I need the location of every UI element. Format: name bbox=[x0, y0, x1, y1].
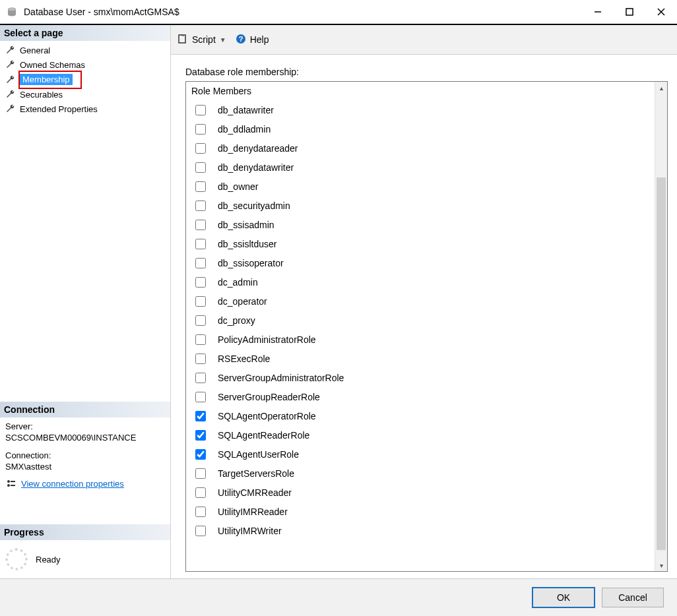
close-button[interactable] bbox=[645, 0, 677, 24]
role-row[interactable]: TargetServersRole bbox=[189, 464, 655, 483]
role-row[interactable]: db_denydatawriter bbox=[189, 158, 655, 177]
role-row[interactable]: SQLAgentOperatorRole bbox=[189, 406, 655, 425]
view-connection-properties-link[interactable]: View connection properties bbox=[21, 479, 124, 489]
role-row[interactable]: UtilityCMRReader bbox=[189, 483, 655, 502]
role-checkbox[interactable] bbox=[195, 277, 206, 288]
progress-status: Ready bbox=[36, 555, 61, 565]
role-checkbox[interactable] bbox=[195, 487, 206, 498]
scroll-down-icon[interactable]: ▾ bbox=[655, 559, 667, 571]
dialog-window: Database User - smx\momActGMSA$ Select a… bbox=[0, 0, 677, 616]
role-name: UtilityIMRReader bbox=[218, 507, 288, 517]
role-row[interactable]: SQLAgentUserRole bbox=[189, 445, 655, 464]
role-name: db_ssisltduser bbox=[218, 239, 277, 249]
role-checkbox[interactable] bbox=[195, 507, 206, 517]
chevron-down-icon: ▼ bbox=[220, 36, 226, 44]
sidebar: Select a page GeneralOwned SchemasMember… bbox=[0, 25, 171, 578]
role-checkbox[interactable] bbox=[195, 162, 206, 173]
role-checkbox[interactable] bbox=[195, 181, 206, 192]
script-button[interactable]: Script ▼ bbox=[177, 34, 226, 46]
role-row[interactable]: dc_proxy bbox=[189, 311, 655, 330]
role-row[interactable]: dc_operator bbox=[189, 292, 655, 311]
minimize-button[interactable] bbox=[582, 0, 614, 24]
role-row[interactable]: db_ddladmin bbox=[189, 119, 655, 139]
role-membership-listbox: Role Members db_datawriterdb_ddladmindb_… bbox=[185, 81, 668, 572]
role-row[interactable]: db_denydatareader bbox=[189, 139, 655, 158]
role-row[interactable]: ServerGroupAdministratorRole bbox=[189, 368, 655, 387]
role-row[interactable]: db_owner bbox=[189, 177, 655, 196]
role-name: db_datawriter bbox=[218, 105, 274, 115]
page-item-general[interactable]: General bbox=[4, 44, 168, 57]
role-checkbox[interactable] bbox=[195, 220, 206, 230]
role-checkbox[interactable] bbox=[195, 143, 206, 154]
role-row[interactable]: db_ssisltduser bbox=[189, 234, 655, 253]
page-item-extended-properties[interactable]: Extended Properties bbox=[4, 102, 168, 115]
role-row[interactable]: ServerGroupReaderRole bbox=[189, 387, 655, 406]
role-list-header: Role Members bbox=[189, 84, 655, 100]
role-row[interactable]: db_securityadmin bbox=[189, 196, 655, 215]
role-row[interactable]: db_datawriter bbox=[189, 100, 655, 119]
role-checkbox[interactable] bbox=[195, 334, 206, 345]
wrench-icon bbox=[5, 89, 16, 100]
role-checkbox[interactable] bbox=[195, 315, 206, 326]
role-checkbox[interactable] bbox=[195, 526, 206, 536]
role-checkbox[interactable] bbox=[195, 296, 206, 307]
cancel-button[interactable]: Cancel bbox=[602, 588, 664, 607]
vertical-scrollbar[interactable]: ▴ ▾ bbox=[655, 82, 667, 571]
role-checkbox[interactable] bbox=[195, 430, 206, 441]
role-checkbox[interactable] bbox=[195, 200, 206, 211]
help-icon: ? bbox=[236, 34, 246, 46]
role-checkbox[interactable] bbox=[195, 239, 206, 249]
page-item-label: Securables bbox=[20, 90, 63, 100]
role-checkbox[interactable] bbox=[195, 468, 206, 479]
progress-header: Progress bbox=[0, 524, 170, 540]
role-name: dc_operator bbox=[218, 296, 267, 307]
role-checkbox[interactable] bbox=[195, 105, 206, 115]
help-button[interactable]: ? Help bbox=[236, 34, 269, 46]
role-name: db_ddladmin bbox=[218, 124, 271, 135]
cancel-label: Cancel bbox=[618, 592, 647, 603]
role-checkbox[interactable] bbox=[195, 373, 206, 383]
role-checkbox[interactable] bbox=[195, 354, 206, 364]
progress-spinner-icon bbox=[5, 548, 28, 570]
role-checkbox[interactable] bbox=[195, 449, 206, 460]
script-icon bbox=[177, 34, 188, 46]
body-area: Select a page GeneralOwned SchemasMember… bbox=[0, 25, 677, 579]
role-name: UtilityIMRWriter bbox=[218, 526, 282, 536]
server-label: Server: bbox=[5, 421, 165, 431]
connection-label: Connection: bbox=[5, 450, 165, 460]
script-label: Script bbox=[192, 34, 216, 45]
role-row[interactable]: UtilityIMRReader bbox=[189, 502, 655, 521]
title-bar: Database User - smx\momActGMSA$ bbox=[0, 0, 677, 25]
scroll-up-icon[interactable]: ▴ bbox=[655, 82, 667, 94]
role-checkbox[interactable] bbox=[195, 124, 206, 135]
role-row[interactable]: UtilityIMRWriter bbox=[189, 521, 655, 540]
page-item-membership[interactable]: Membership bbox=[4, 73, 168, 86]
role-checkbox[interactable] bbox=[195, 258, 206, 268]
scroll-thumb[interactable] bbox=[657, 177, 666, 550]
main-panel: Database role membership: Role Members d… bbox=[171, 55, 677, 578]
wrench-icon bbox=[5, 59, 16, 70]
role-list: Role Members db_datawriterdb_ddladmindb_… bbox=[186, 82, 655, 571]
role-row[interactable]: RSExecRole bbox=[189, 349, 655, 368]
role-row[interactable]: dc_admin bbox=[189, 272, 655, 292]
role-checkbox[interactable] bbox=[195, 411, 206, 421]
connection-header: Connection bbox=[0, 402, 170, 417]
role-row[interactable]: db_ssisoperator bbox=[189, 253, 655, 272]
role-row[interactable]: db_ssisadmin bbox=[189, 215, 655, 234]
role-name: db_ssisadmin bbox=[218, 220, 274, 230]
page-item-securables[interactable]: Securables bbox=[4, 88, 168, 101]
database-icon bbox=[7, 7, 17, 17]
role-name: db_denydatareader bbox=[218, 143, 298, 154]
scroll-track[interactable] bbox=[655, 94, 667, 559]
maximize-button[interactable] bbox=[614, 0, 645, 24]
role-row[interactable]: PolicyAdministratorRole bbox=[189, 330, 655, 349]
role-row[interactable]: SQLAgentReaderRole bbox=[189, 425, 655, 445]
ok-button[interactable]: OK bbox=[532, 587, 595, 608]
role-name: SQLAgentOperatorRole bbox=[218, 411, 316, 421]
role-checkbox[interactable] bbox=[195, 392, 206, 402]
page-item-owned-schemas[interactable]: Owned Schemas bbox=[4, 58, 168, 71]
role-name: ServerGroupReaderRole bbox=[218, 392, 320, 402]
page-item-label: Owned Schemas bbox=[20, 60, 85, 70]
role-name: ServerGroupAdministratorRole bbox=[218, 373, 344, 383]
role-name: UtilityCMRReader bbox=[218, 487, 292, 498]
